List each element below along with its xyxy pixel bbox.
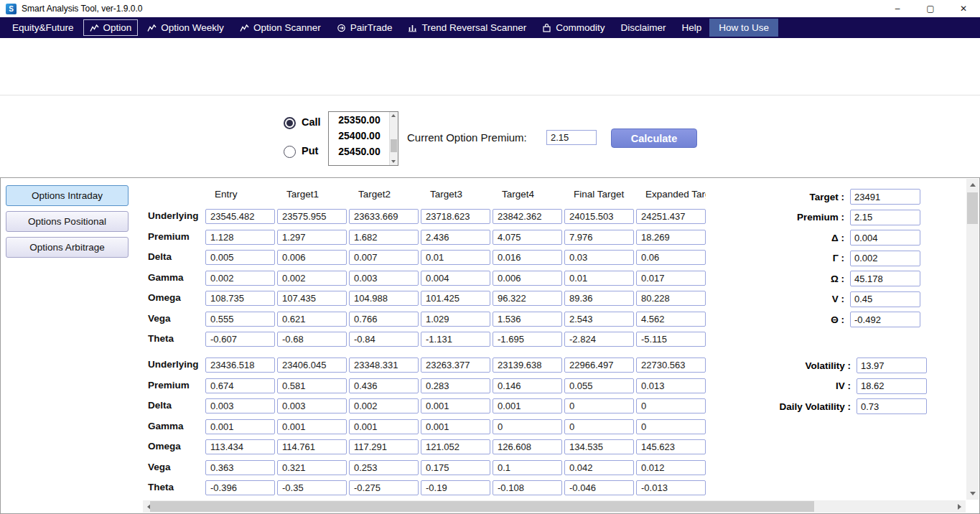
table-cell[interactable]: -0.046 [564,480,634,495]
table-cell[interactable]: 23718.623 [421,209,490,224]
field-input-[interactable]: 45.178 [850,271,920,286]
table-cell[interactable]: 0.003 [205,398,275,413]
table-cell[interactable]: 117.291 [349,439,419,454]
table-cell[interactable]: -0.275 [349,480,419,495]
table-cell[interactable]: 0.005 [205,250,275,265]
table-cell[interactable]: 0.013 [636,378,706,393]
table-cell[interactable]: 0.017 [636,271,706,286]
table-cell[interactable]: 23436.518 [205,358,275,373]
table-cell[interactable]: 0.003 [349,271,419,286]
table-cell[interactable]: 0.006 [493,271,562,286]
table-cell[interactable]: 0 [564,419,634,434]
scroll-right-button[interactable] [953,500,966,513]
table-cell[interactable]: 0.001 [349,419,419,434]
calculate-button[interactable]: Calculate [611,128,697,148]
table-cell[interactable]: 101.425 [421,291,490,306]
strike-list-item[interactable]: 25400.00 [329,128,398,144]
field-input-target[interactable]: 23491 [850,189,920,205]
table-cell[interactable]: 0.581 [277,378,347,393]
table-cell[interactable]: 121.052 [421,439,490,454]
table-cell[interactable]: 0.002 [349,398,419,413]
table-cell[interactable]: 0.002 [205,271,275,286]
table-cell[interactable]: 18.269 [636,230,706,245]
table-cell[interactable]: -2.824 [564,332,634,347]
table-cell[interactable]: 0.001 [277,419,347,434]
table-cell[interactable]: 1.297 [277,230,347,245]
table-cell[interactable]: 0.055 [564,378,634,393]
table-cell[interactable]: 108.735 [205,291,275,306]
menu-item-equity-future[interactable]: Equity&Future [4,19,82,36]
scroll-up-icon[interactable] [391,114,396,117]
table-cell[interactable]: 23633.669 [349,209,419,224]
table-cell[interactable]: 0.283 [421,378,490,393]
table-cell[interactable]: 23842.362 [493,209,562,224]
table-cell[interactable]: 104.988 [349,291,419,306]
table-cell[interactable]: 0.001 [493,398,562,413]
strike-listbox[interactable]: 25350.0025400.0025450.00 [328,111,398,166]
table-cell[interactable]: 0.321 [277,460,347,475]
table-cell[interactable]: 23406.045 [277,358,347,373]
table-cell[interactable]: 0.03 [564,250,634,265]
field-input-v[interactable]: 0.45 [850,291,920,307]
table-cell[interactable]: 0.016 [493,250,562,265]
table-cell[interactable]: 0.621 [277,312,347,327]
table-cell[interactable]: 0.674 [205,378,275,393]
table-cell[interactable]: 0.001 [421,419,490,434]
scroll-up-button[interactable] [966,179,979,191]
table-cell[interactable]: -1.695 [493,332,562,347]
call-radio[interactable] [284,117,296,129]
table-cell[interactable]: 0.003 [277,398,347,413]
maximize-button[interactable]: ▢ [914,0,947,17]
premium-input[interactable]: 2.15 [546,130,597,145]
table-cell[interactable]: 1.536 [493,312,562,327]
scroll-thumb[interactable] [391,139,397,152]
menu-item-pairtrade[interactable]: PairTrade [329,19,401,36]
put-radio[interactable] [284,146,296,158]
table-cell[interactable]: 22966.497 [564,358,634,373]
table-cell[interactable]: 126.608 [493,439,562,454]
table-cell[interactable]: 0.012 [636,460,706,475]
menu-item-help[interactable]: Help [674,19,710,36]
table-cell[interactable]: 4.562 [636,312,706,327]
minimize-button[interactable]: – [881,0,914,17]
close-button[interactable]: ✕ [947,0,980,17]
table-cell[interactable]: 0.042 [564,460,634,475]
table-cell[interactable]: 0 [636,398,706,413]
field-input-[interactable]: -0.492 [850,312,920,327]
table-cell[interactable]: -0.19 [421,480,490,495]
table-cell[interactable]: 7.976 [564,230,634,245]
vertical-scroll-thumb[interactable] [967,192,978,224]
field-input-premium[interactable]: 2.15 [850,210,920,225]
table-cell[interactable]: 80.228 [636,291,706,306]
table-cell[interactable]: 23263.377 [421,358,490,373]
table-cell[interactable]: 0 [493,419,562,434]
table-cell[interactable]: 0.001 [205,419,275,434]
table-cell[interactable]: 0.007 [349,250,419,265]
table-cell[interactable]: 107.435 [277,291,347,306]
table-cell[interactable]: -0.013 [636,480,706,495]
table-cell[interactable]: 0.001 [421,398,490,413]
table-cell[interactable]: 0.002 [277,271,347,286]
table-cell[interactable]: 0.436 [349,378,419,393]
strike-scrollbar[interactable] [389,112,398,165]
field-input-[interactable]: 0.002 [850,251,920,266]
table-cell[interactable]: 1.029 [421,312,490,327]
table-cell[interactable]: 0 [636,419,706,434]
table-cell[interactable]: 114.761 [277,439,347,454]
table-cell[interactable]: 23139.638 [493,358,562,373]
menu-item-disclaimer[interactable]: Disclaimer [613,19,674,36]
table-cell[interactable]: 24251.437 [636,209,706,224]
table-cell[interactable]: -0.35 [277,480,347,495]
table-cell[interactable]: -0.607 [205,332,275,347]
sidebar-item-options-arbitrage[interactable]: Options Arbitrage [6,237,129,258]
table-cell[interactable]: 0.146 [493,378,562,393]
table-cell[interactable]: 0.01 [421,250,490,265]
table-cell[interactable]: 0.06 [636,250,706,265]
table-cell[interactable]: 0.253 [349,460,419,475]
table-cell[interactable]: 0.006 [277,250,347,265]
table-cell[interactable]: 0.01 [564,271,634,286]
table-cell[interactable]: -0.396 [205,480,275,495]
field-input-daily-volatility[interactable]: 0.73 [857,398,927,414]
table-cell[interactable]: 0 [564,398,634,413]
table-cell[interactable]: 0.175 [421,460,490,475]
